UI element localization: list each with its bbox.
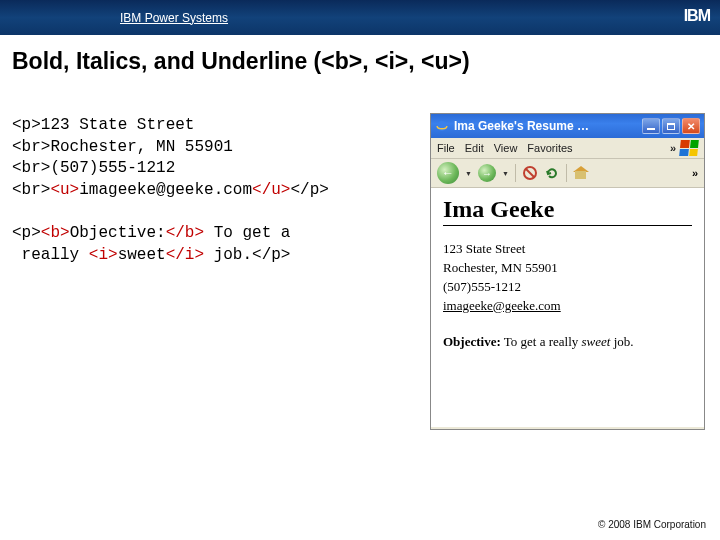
contact-street: 123 State Street	[443, 240, 692, 259]
objective-sweet: sweet	[582, 334, 611, 349]
header-brand: IBM Power Systems	[120, 11, 228, 25]
back-button[interactable]	[437, 162, 459, 184]
refresh-icon[interactable]	[544, 165, 560, 181]
browser-menubar: File Edit View Favorites »	[431, 138, 704, 159]
contact-phone: (507)555-1212	[443, 278, 692, 297]
header-bar: IBM Power Systems IBM	[0, 0, 720, 35]
menu-view[interactable]: View	[494, 142, 518, 154]
objective-paragraph: Objective: To get a really sweet job.	[443, 333, 692, 351]
resume-name-heading: Ima Geeke	[443, 196, 692, 223]
contact-block: 123 State Street Rochester, MN 55901 (50…	[443, 240, 692, 315]
contact-email: imageeke@geeke.com	[443, 297, 692, 316]
slide-title: Bold, Italics, and Underline (<b>, <i>, …	[12, 48, 470, 75]
menu-edit[interactable]: Edit	[465, 142, 484, 154]
minimize-button[interactable]	[642, 118, 660, 134]
stop-icon[interactable]	[522, 165, 538, 181]
toolbar-overflow[interactable]: »	[692, 167, 698, 179]
contact-city: Rochester, MN 55901	[443, 259, 692, 278]
ibm-logo: IBM	[684, 7, 710, 25]
back-dropdown-icon[interactable]: ▼	[465, 170, 472, 177]
code-example: <p>123 State Street <br>Rochester, MN 55…	[12, 115, 329, 266]
forward-button[interactable]	[478, 164, 496, 182]
maximize-button[interactable]	[662, 118, 680, 134]
menu-overflow[interactable]: »	[670, 142, 676, 154]
objective-label: Objective:	[443, 334, 501, 349]
browser-toolbar: ▼ ▼ »	[431, 159, 704, 188]
browser-title: Ima Geeke's Resume …	[454, 119, 642, 133]
forward-dropdown-icon[interactable]: ▼	[502, 170, 509, 177]
toolbar-separator	[515, 164, 516, 182]
browser-window: Ima Geeke's Resume … ✕ File Edit View Fa…	[430, 113, 705, 430]
home-icon[interactable]	[573, 165, 589, 181]
ie-icon	[435, 119, 449, 133]
menu-favorites[interactable]: Favorites	[527, 142, 572, 154]
menu-file[interactable]: File	[437, 142, 455, 154]
resume-divider	[443, 225, 692, 226]
browser-content: Ima Geeke 123 State Street Rochester, MN…	[431, 188, 704, 427]
browser-titlebar[interactable]: Ima Geeke's Resume … ✕	[431, 114, 704, 138]
copyright-footer: © 2008 IBM Corporation	[598, 519, 706, 530]
toolbar-separator	[566, 164, 567, 182]
svg-line-2	[526, 169, 534, 177]
windows-logo-icon	[679, 140, 699, 156]
close-button[interactable]: ✕	[682, 118, 700, 134]
